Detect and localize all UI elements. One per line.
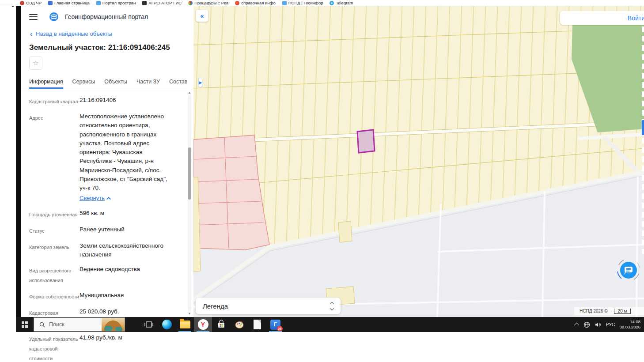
bookmark-label: справочная инфо [241,0,275,5]
map-toolbar-cut-off[interactable] [642,26,644,254]
field-row: Форма собственности Муниципальная [29,291,173,302]
task-view-icon [144,320,153,329]
collapse-address-link[interactable]: Свернуть [80,194,111,203]
tab-information[interactable]: Информация [29,79,63,89]
bookmark-portal[interactable]: Портал простран [96,0,136,5]
field-value: 21:16:091406 [80,96,173,106]
legend-panel[interactable]: Легенда [196,298,341,314]
taskbar-file-explorer[interactable] [176,317,194,332]
field-row: Адрес Местоположение установлено относит… [29,112,173,203]
chat-bubble-icon [614,256,643,284]
document-icon [254,320,261,329]
scrollbar-thumb[interactable] [188,147,191,200]
taskbar-yandex-browser[interactable]: Y [194,317,212,332]
field-label: Форма собственности [29,291,80,302]
favorite-star-button[interactable]: ☆ [29,57,42,70]
taskbar-store[interactable] [212,317,230,332]
panel-header: Геоинформационный портал [21,6,193,25]
tab-composition[interactable]: Состав [169,79,187,89]
map-toolbar-active-tool[interactable] [642,120,644,135]
bookmark-label: Telegram [336,0,353,5]
tray-time: 14:08 [630,319,640,324]
cadastral-map[interactable] [193,6,644,317]
taskbar-edge[interactable] [158,317,176,332]
bookmark-nspd[interactable]: НСПД | Геоинфор [282,0,323,5]
tab-parcel-parts[interactable]: Части ЗУ [136,79,160,89]
login-button[interactable]: Войти [560,11,644,25]
bookmark-aggregator-gis[interactable]: АГРЕГАТОР ГИС [142,0,182,5]
chevron-down-icon [330,306,334,310]
running-app-underline [197,331,209,332]
selected-parcel[interactable] [357,130,375,153]
chevron-double-left-icon: « [200,12,204,19]
bookmark-reference-info[interactable]: справочная инфо [235,0,275,5]
back-to-results-link[interactable]: ‹ Назад в найденные объекты [21,25,193,37]
collapse-link-label: Свернуть [80,194,105,203]
star-icon: ☆ [33,59,38,67]
search-highlight-image[interactable] [102,318,125,331]
chevron-left-icon: ‹ [30,32,32,36]
map-scale-bar: 20 м [614,309,631,314]
taskbar-apps: Y Г 26 [140,317,284,332]
field-label: Удельный показатель кадастровой стоимост… [29,333,80,362]
chevron-right-icon: ▶ [199,80,202,85]
tray-date: 30.03.2026 [619,324,640,329]
field-value: 596 кв. м [80,209,173,219]
volume-icon[interactable] [595,321,601,328]
keyboard-language[interactable]: РУС [606,322,615,327]
menu-hamburger-icon[interactable] [29,14,38,20]
task-view-button[interactable] [140,317,158,332]
object-title: Земельный участок: 21:16:091406:245 [21,37,193,52]
field-value: Земли сельскохозяйственного назначения [80,241,173,260]
paint-palette-icon [235,320,244,329]
taskbar-messenger-app[interactable]: Г 26 [266,317,284,332]
folder-icon [180,321,190,328]
bookmark-favicon [142,1,147,5]
scrollbar-up-arrow[interactable]: ▲ [187,90,192,95]
chevron-up-icon [330,302,334,306]
field-value: Местоположение установлено относительно … [80,112,173,203]
back-link-label: Назад в найденные объекты [36,30,112,37]
tab-services[interactable]: Сервисы [72,79,95,89]
tab-bar: Информация Сервисы Объекты Части ЗУ Сост… [21,77,193,89]
scrollbar-track[interactable] [188,95,191,311]
bookmark-label: Процедуры :: Реа [194,0,228,5]
taskbar-paint[interactable] [230,317,248,332]
taskbar-search-box[interactable] [34,317,125,332]
windows-logo-icon [22,321,28,328]
bookmark-favicon [188,1,193,5]
tray-clock[interactable]: 14:08 30.03.2026 [619,319,640,330]
chevron-up-icon [106,196,111,201]
background-window-edge [16,0,21,332]
field-value: Ведение садоводства [80,265,173,285]
windows-taskbar: Y Г 26 [16,317,644,332]
bookmark-home-page[interactable]: Главная страница [48,0,90,5]
bookmark-sed-chr[interactable]: СЭД ЧР [20,0,42,5]
taskbar-document-app[interactable] [248,317,266,332]
network-globe-icon[interactable] [583,321,590,328]
search-input[interactable] [49,321,98,328]
field-row: Статус Ранее учтенный [29,225,173,236]
map-attribution: НСПД 2026 © 20 м [574,307,644,315]
field-row: Площадь уточненная 596 кв. м [29,209,173,219]
object-info-panel: Геоинформационный портал ‹ Назад в найде… [21,6,193,332]
panel-collapse-button[interactable]: « [196,10,208,22]
geoportal-logo-icon [49,12,59,22]
legend-expander[interactable] [330,302,333,310]
attribution-text: НСПД 2026 © [580,309,608,313]
legend-label: Легенда [203,302,228,310]
search-icon [39,322,45,328]
field-value: Муниципальная [80,291,173,302]
scrollbar-down-arrow[interactable]: ▼ [187,312,192,316]
bookmark-favicon [20,1,24,5]
tab-objects[interactable]: Объекты [104,79,127,89]
tabs-overflow-button[interactable]: ▶ [198,78,202,87]
start-button[interactable] [16,317,34,332]
tray-expand-icon[interactable] [574,323,579,328]
bookmark-telegram[interactable]: Telegram [330,0,353,5]
map-area[interactable]: « Войти Легенда [193,6,644,317]
chat-support-button[interactable] [614,256,643,284]
address-text: Местоположение установлено относительно … [80,113,167,191]
blue-app-icon: Г 26 [270,320,280,330]
bookmark-procedures[interactable]: Процедуры :: Реа [188,0,228,5]
